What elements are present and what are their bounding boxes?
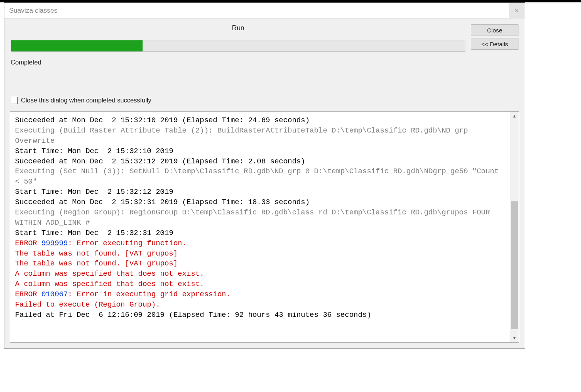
log-line: The table was not found. [VAT_grupos] <box>15 259 507 269</box>
log-line: Succeeded at Mon Dec 2 15:32:10 2019 (El… <box>15 116 507 126</box>
title-bar: Suaviza classes ✕ <box>4 3 525 19</box>
log-line: ERROR 010067: Error in executing grid ex… <box>15 290 507 300</box>
log-panel: Succeeded at Mon Dec 2 15:32:10 2019 (El… <box>10 111 519 343</box>
window-title: Suaviza classes <box>9 7 57 15</box>
auto-close-checkbox[interactable] <box>11 97 18 104</box>
progress-bar <box>11 40 465 52</box>
status-text: Completed <box>11 59 518 66</box>
header-area: Run Close << Details Completed Close thi… <box>4 19 525 108</box>
log-line: Start Time: Mon Dec 2 15:32:12 2019 <box>15 187 507 197</box>
log-line: A column was specified that does not exi… <box>15 279 507 290</box>
log-line: Succeeded at Mon Dec 2 15:32:31 2019 (El… <box>15 197 507 208</box>
log-line: The table was not found. [VAT_grupos] <box>15 249 507 259</box>
scroll-up-icon[interactable]: ▲ <box>510 112 519 120</box>
log-line: Failed at Fri Dec 6 12:16:09 2019 (Elaps… <box>15 310 507 320</box>
auto-close-label: Close this dialog when completed success… <box>21 97 151 104</box>
log-scrollbar[interactable]: ▲ ▼ <box>510 112 519 342</box>
error-code-link[interactable]: 999999 <box>42 239 68 248</box>
details-toggle-button[interactable]: << Details <box>471 38 518 50</box>
scroll-thumb[interactable] <box>511 201 518 329</box>
log-text[interactable]: Succeeded at Mon Dec 2 15:32:10 2019 (El… <box>10 112 510 342</box>
log-line: Executing (Build Raster Attribute Table … <box>15 126 507 146</box>
scroll-track[interactable] <box>510 120 519 333</box>
close-button[interactable]: Close <box>471 24 518 36</box>
error-code-link[interactable]: 010067 <box>42 290 68 299</box>
log-line: Failed to execute (Region Group). <box>15 300 507 310</box>
log-line: A column was specified that does not exi… <box>15 269 507 279</box>
progress-fill <box>11 40 143 51</box>
run-label: Run <box>11 24 465 32</box>
geoprocessing-dialog: Suaviza classes ✕ Run Close << Details C… <box>4 2 525 348</box>
log-line: Executing (Region Group): RegionGroup D:… <box>15 208 507 228</box>
log-line: Executing (Set Null (3)): SetNull D:\tem… <box>15 167 507 187</box>
scroll-down-icon[interactable]: ▼ <box>510 333 519 342</box>
log-line: ERROR 999999: Error executing function. <box>15 239 507 249</box>
log-line: Start Time: Mon Dec 2 15:32:10 2019 <box>15 146 507 157</box>
log-line: Start Time: Mon Dec 2 15:32:31 2019 <box>15 228 507 239</box>
log-line: Succeeded at Mon Dec 2 15:32:12 2019 (El… <box>15 157 507 167</box>
window-close-icon[interactable]: ✕ <box>509 3 525 19</box>
